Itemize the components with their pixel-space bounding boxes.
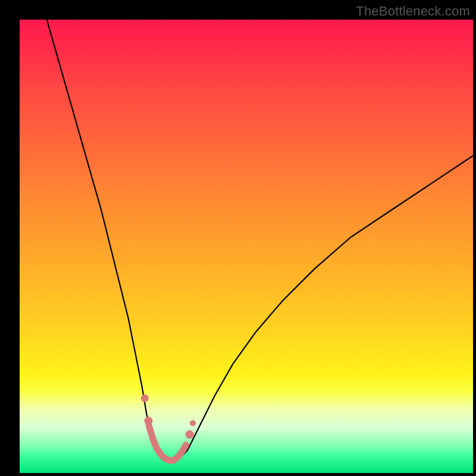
- right-upper-dot: [186, 430, 194, 439]
- left-lower-dot: [144, 416, 152, 425]
- chart-svg: [20, 20, 473, 473]
- watermark-text: TheBottleneck.com: [356, 4, 470, 19]
- chart-frame: TheBottleneck.com: [0, 0, 476, 476]
- plot-area: [20, 20, 473, 473]
- right-lower-dot: [190, 420, 196, 426]
- bottleneck-curve: [47, 20, 473, 462]
- curve-highlight: [149, 425, 186, 461]
- left-upper-dot: [141, 394, 149, 402]
